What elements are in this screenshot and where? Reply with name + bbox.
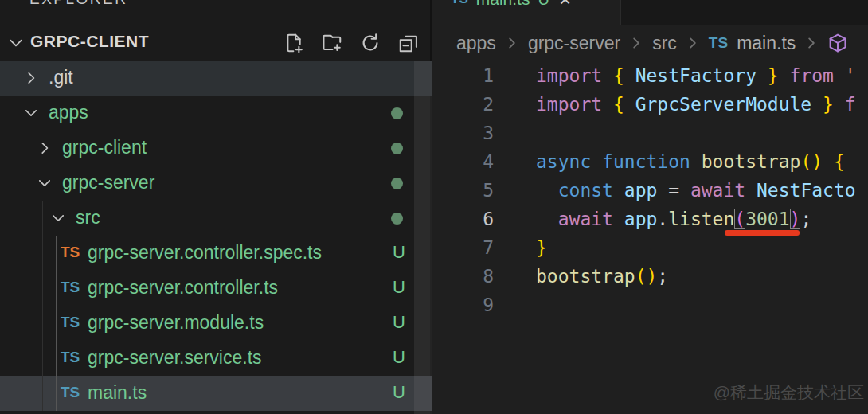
line-number[interactable]: 7 — [435, 233, 494, 262]
close-icon[interactable]: × — [559, 0, 571, 10]
typescript-file-icon: TS — [61, 244, 80, 261]
line-number[interactable]: 1 — [435, 61, 494, 90]
tree-item-grpc-server-controller-ts[interactable]: TSgrpc-server.controller.tsU — [0, 271, 432, 306]
tree-item-label: main.ts — [88, 382, 147, 404]
explorer-section-header[interactable]: GRPC-CLIENT — [0, 29, 430, 57]
git-untracked-badge: U — [388, 347, 410, 368]
git-untracked-badge: U — [388, 242, 410, 263]
new-folder-icon[interactable] — [321, 32, 342, 53]
section-actions — [283, 32, 419, 53]
tab-label: main.ts — [476, 0, 530, 9]
tree-item-apps[interactable]: apps — [0, 96, 432, 131]
editor-area: TS main.ts U × appsgrpc-serversrcTSmain.… — [435, 0, 868, 414]
tree-item-git[interactable]: .git — [0, 61, 432, 96]
chevron-right-icon — [804, 36, 819, 50]
code-line-text — [494, 119, 536, 147]
symbol-module-icon — [827, 33, 848, 53]
explorer-sidebar: EXPLORER GRPC-CLIENT .gitappsgrpc-client… — [0, 0, 432, 414]
code-line-4[interactable]: 4async function bootstrap() { — [435, 147, 868, 176]
refresh-icon[interactable] — [359, 32, 381, 53]
red-annotation-underline — [725, 230, 800, 236]
watermark: @稀土掘金技术社区 — [714, 381, 864, 404]
line-number[interactable]: 2 — [435, 90, 494, 119]
code-line-1[interactable]: 1import { NestFactory } from ' — [435, 61, 868, 90]
git-modified-dot-badge — [391, 107, 403, 119]
code-line-text: async function bootstrap() { — [494, 147, 845, 176]
code-editor[interactable]: 1import { NestFactory } from '2import { … — [435, 61, 868, 319]
tree-item-grpc-server-service-ts[interactable]: TSgrpc-server.service.tsU — [0, 341, 432, 376]
line-number[interactable]: 9 — [435, 291, 494, 319]
chevron-right-icon[interactable] — [22, 69, 40, 87]
tree-item-label: src — [76, 207, 100, 228]
tree-item-main-ts[interactable]: TSmain.tsU — [0, 376, 432, 411]
line-number[interactable]: 8 — [435, 262, 494, 291]
tree-item-label: .git — [49, 67, 73, 88]
code-line-6[interactable]: 6 await app.listen(3001); — [435, 205, 868, 233]
line-number[interactable]: 4 — [435, 147, 494, 176]
tree-item-grpc-server[interactable]: grpc-server — [0, 166, 432, 201]
tree-item-label: grpc-client — [62, 137, 147, 158]
tab-main-ts[interactable]: TS main.ts U × — [435, 0, 621, 25]
code-line-5[interactable]: 5 const app = await NestFacto — [435, 176, 868, 205]
tab-bar: TS main.ts U × — [435, 0, 868, 25]
breadcrumb-item-apps[interactable]: apps — [456, 33, 496, 54]
code-line-text: import { NestFactory } from ' — [494, 61, 856, 90]
git-modified-dot-badge — [391, 213, 403, 225]
git-modified-dot-badge — [391, 178, 403, 189]
code-line-7[interactable]: 7} — [435, 233, 868, 262]
section-title: GRPC-CLIENT — [30, 32, 149, 51]
breadcrumb-item-src[interactable]: src — [652, 33, 677, 54]
code-line-3[interactable]: 3 — [435, 119, 868, 147]
git-untracked-badge: U — [538, 0, 549, 9]
tree-item-grpc-client[interactable]: grpc-client — [0, 131, 432, 166]
breadcrumb-item-grpc-server[interactable]: grpc-server — [528, 33, 620, 54]
indent-guide — [29, 131, 29, 411]
typescript-file-icon: TS — [709, 34, 728, 52]
indent-guide — [42, 201, 43, 411]
git-modified-dot-badge — [391, 143, 403, 154]
chevron-right-icon[interactable] — [36, 139, 53, 157]
tree-item-label: grpc-server.module.ts — [88, 312, 264, 334]
git-untracked-badge: U — [388, 312, 410, 333]
git-untracked-badge: U — [388, 382, 410, 403]
git-untracked-badge: U — [388, 277, 410, 298]
typescript-file-icon: TS — [61, 349, 80, 366]
chevron-down-icon[interactable] — [36, 174, 53, 192]
code-line-9[interactable]: 9 — [435, 291, 868, 319]
code-line-text: await app.listen(3001); — [494, 205, 811, 233]
line-number[interactable]: 3 — [435, 119, 494, 147]
new-file-icon[interactable] — [283, 32, 304, 53]
code-line-8[interactable]: 8bootstrap(); — [435, 262, 868, 291]
sidebar-scrollbar[interactable] — [414, 61, 432, 414]
code-line-text: import { GrpcServerModule } f — [494, 90, 856, 119]
line-number[interactable]: 5 — [435, 176, 494, 205]
vscode-window: { "sidebar": { "panel_title": "EXPLORER"… — [0, 0, 868, 414]
chevron-down-icon[interactable] — [49, 209, 67, 227]
tree-item-label: grpc-server — [62, 172, 154, 193]
code-line-text: } — [494, 233, 547, 262]
explorer-panel-title: EXPLORER — [29, 0, 189, 8]
breadcrumb: appsgrpc-serversrcTSmain.ts — [435, 25, 868, 61]
editor-indent-guide — [534, 176, 534, 233]
chevron-down-icon[interactable] — [6, 33, 25, 53]
tree-item-label: grpc-server.service.ts — [88, 347, 262, 369]
code-line-text: const app = await NestFacto — [494, 176, 856, 205]
chevron-right-icon — [686, 36, 700, 50]
tree-item-grpc-server-module-ts[interactable]: TSgrpc-server.module.tsU — [0, 306, 432, 341]
typescript-file-icon: TS — [61, 314, 80, 331]
chevron-right-icon — [505, 36, 519, 50]
tree-item-grpc-server-controller-spec-ts[interactable]: TSgrpc-server.controller.spec.tsU — [0, 236, 432, 271]
line-number[interactable]: 6 — [435, 205, 494, 233]
chevron-down-icon[interactable] — [22, 104, 40, 122]
breadcrumb-item-main-ts[interactable]: main.ts — [737, 33, 796, 54]
indent-guide-active — [56, 236, 57, 411]
code-line-2[interactable]: 2import { GrpcServerModule } f — [435, 90, 868, 119]
tree-item-label: apps — [49, 102, 88, 123]
collapse-all-icon[interactable] — [397, 32, 419, 53]
typescript-file-icon: TS — [61, 384, 80, 401]
tree-item-src[interactable]: src — [0, 201, 432, 236]
tree-item-label: grpc-server.controller.spec.ts — [88, 242, 322, 264]
chevron-right-icon — [629, 36, 643, 50]
code-line-text: bootstrap(); — [494, 262, 668, 291]
tree-item-label: grpc-server.controller.ts — [88, 277, 278, 299]
